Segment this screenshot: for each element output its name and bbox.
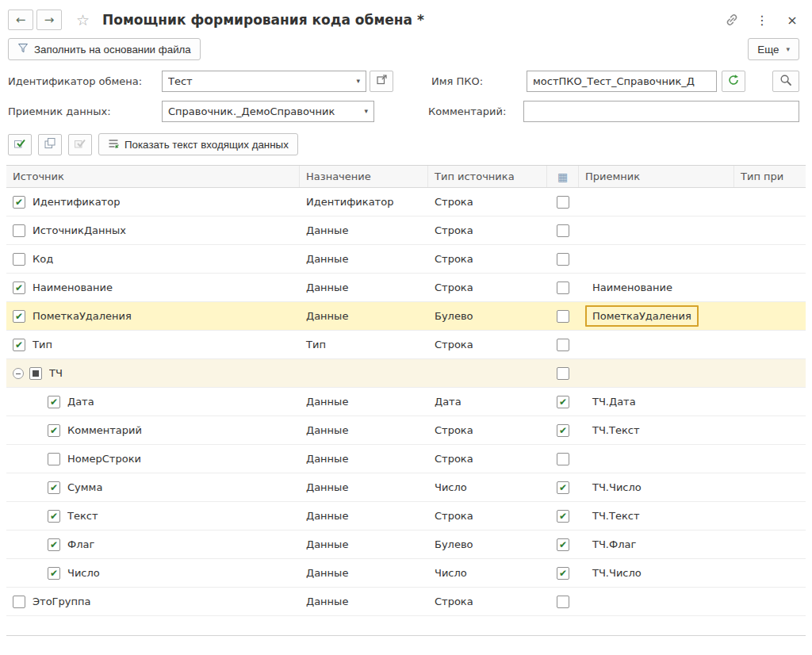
table-row[interactable]: НомерСтроки Данные Строка [6,445,806,473]
receiver-dropdown-icon[interactable]: ▾ [360,107,372,115]
row-checkbox[interactable]: ✔ [13,310,25,323]
source-name: Код [33,253,53,265]
column-checkbox[interactable] [557,453,569,465]
column-checkbox[interactable] [557,253,569,266]
table-row[interactable]: ✔ ПометкаУдаления Данные Булево ПометкаУ… [6,302,806,331]
receiver-cell[interactable]: ТЧ.Число [585,562,649,584]
table-row[interactable]: ✔ Сумма Данные Число ✔ ТЧ.Число [6,473,806,502]
refresh-icon [727,74,740,89]
more-button[interactable]: Еще ▾ [748,38,799,60]
exchange-id-combo[interactable]: Тест ▾ [162,71,366,92]
table-row[interactable]: ✔ Число Данные Число ✔ ТЧ.Число [6,559,806,588]
receiver-cell[interactable]: ТЧ.Число [585,477,649,498]
receiver-cell[interactable]: ТЧ.Флаг [585,534,643,555]
column-checkbox[interactable] [557,196,569,209]
table-row[interactable]: ТЧ [6,359,806,388]
pko-search-button[interactable] [772,71,799,92]
column-checkbox[interactable]: ✔ [557,510,569,523]
column-checkbox[interactable]: ✔ [557,424,569,437]
invert-marks-button[interactable] [68,134,92,155]
source-type-cell: Число [428,559,547,587]
row-checkbox[interactable] [13,224,25,237]
forward-button[interactable]: → [36,10,62,30]
row-checkbox[interactable]: ✔ [48,538,60,551]
show-incoming-text-button[interactable]: Показать текст входящих данных [98,133,298,155]
receiver-combo[interactable]: Справочник._ДемоСправочник ▾ [162,101,374,122]
table-row[interactable]: ИсточникДанных Данные Строка [6,216,806,245]
check-all-button[interactable] [8,134,32,155]
close-icon[interactable]: × [783,11,801,29]
row-checkbox[interactable] [29,367,42,380]
collapse-icon[interactable] [13,368,24,379]
column-checkbox[interactable] [557,310,569,323]
table-row[interactable]: ✔ Идентификатор Идентификатор Строка [6,188,806,216]
purpose-cell: Тип [300,331,428,358]
exchange-id-dropdown-icon[interactable]: ▾ [352,77,364,85]
receiver-cell[interactable]: ТЧ.Текст [585,419,647,441]
receiver-cell[interactable]: ПометкаУдаления [585,305,699,327]
row-checkbox[interactable] [13,596,25,608]
row-checkbox[interactable]: ✔ [48,424,60,437]
row-checkbox[interactable] [13,253,25,266]
fill-from-file-button[interactable]: Заполнить на основании файла [8,38,201,60]
source-name: Тип [33,339,52,350]
receiver-cell[interactable]: Наименование [585,277,680,298]
exchange-id-open-button[interactable] [370,71,393,92]
column-checkbox[interactable]: ✔ [557,567,569,580]
column-checkbox[interactable] [557,224,569,237]
pko-refresh-button[interactable] [722,71,745,92]
table-row[interactable]: Код Данные Строка [6,245,806,274]
source-name: Комментарий [67,424,142,436]
column-checkbox[interactable]: ✔ [557,538,569,551]
source-type-cell: Строка [428,588,547,615]
row-checkbox[interactable]: ✔ [48,481,60,494]
menu-dots-icon[interactable]: ⋮ [753,11,771,29]
back-button[interactable]: ← [8,10,33,30]
receiver-cell[interactable]: ТЧ.Текст [585,505,647,527]
source-type-cell: Дата [428,388,547,416]
purpose-cell: Идентификатор [300,188,428,216]
purpose-cell: Данные [300,302,428,330]
row-checkbox[interactable]: ✔ [48,510,60,523]
pko-name-label: Имя ПКО: [431,75,527,87]
source-type-cell: Булево [428,302,547,330]
row-checkbox[interactable]: ✔ [48,567,60,580]
table-row[interactable]: ✔ Наименование Данные Строка Наименовани… [6,274,806,302]
source-type-cell: Булево [428,531,547,558]
back-icon: ← [16,13,26,27]
receiver-cell[interactable]: ТЧ.Дата [585,391,643,412]
receiver-type-cell [734,216,806,244]
purpose-cell: Данные [300,531,428,558]
pko-name-input[interactable] [527,71,717,92]
receiver-type-cell [734,388,806,416]
comment-input[interactable] [523,101,799,122]
more-label: Еще [757,44,779,56]
column-checkbox[interactable] [557,367,569,380]
column-checkbox[interactable] [557,282,569,294]
row-checkbox[interactable] [48,453,60,465]
favorite-star-icon[interactable]: ☆ [76,13,90,28]
table-row[interactable]: ✔ Тип Тип Строка [6,331,806,359]
purpose-cell: Данные [300,473,428,501]
table-row[interactable]: ЭтоГруппа Данные Строка [6,588,806,616]
header-receiver-type: Тип при [734,166,806,187]
column-checkbox[interactable] [557,339,569,351]
table-row[interactable]: ✔ Текст Данные Строка ✔ ТЧ.Текст [6,502,806,531]
get-link-icon[interactable] [723,11,741,29]
table-row[interactable]: ✔ Дата Данные Дата ✔ ТЧ.Дата [6,388,806,416]
receiver-type-cell [734,274,806,301]
row-checkbox[interactable]: ✔ [13,282,25,294]
column-checkbox[interactable] [557,596,569,608]
row-checkbox[interactable]: ✔ [13,339,25,351]
table-body: ✔ Идентификатор Идентификатор Строка Ист… [6,188,806,616]
purpose-cell: Данные [300,216,428,244]
uncheck-all-button[interactable] [38,134,62,155]
column-checkbox[interactable]: ✔ [557,396,569,408]
table-row[interactable]: ✔ Комментарий Данные Строка ✔ ТЧ.Текст [6,416,806,445]
column-checkbox[interactable]: ✔ [557,481,569,494]
row-checkbox[interactable]: ✔ [13,196,25,209]
row-checkbox[interactable]: ✔ [48,396,60,408]
receiver-type-cell [734,588,806,615]
table-row[interactable]: ✔ Флаг Данные Булево ✔ ТЧ.Флаг [6,531,806,559]
show-text-icon [108,138,119,151]
